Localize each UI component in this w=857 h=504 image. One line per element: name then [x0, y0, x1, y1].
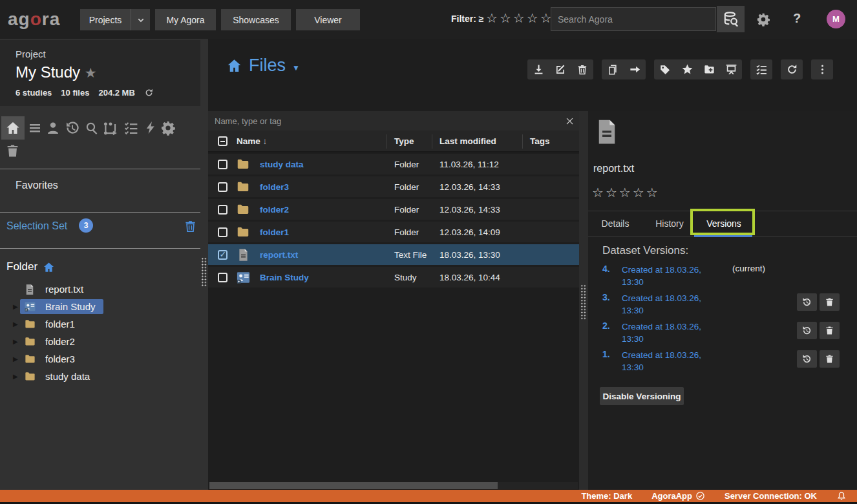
selection-set-clear-button[interactable] [184, 220, 197, 233]
sidebar-tasks-button[interactable] [123, 120, 139, 136]
row-checkbox[interactable] [218, 182, 227, 192]
projects-dropdown-button[interactable] [131, 9, 150, 30]
column-header-modified[interactable]: Last modified [439, 136, 496, 146]
file-name-link[interactable]: report.txt [260, 250, 298, 260]
more-options-button[interactable] [811, 59, 833, 79]
help-button[interactable]: ? [793, 11, 801, 26]
restore-version-button[interactable] [797, 322, 817, 339]
nav-viewer-button[interactable]: Viewer [296, 9, 360, 30]
table-row-brain-study[interactable]: Brain Study Study 18.03.26, 10:44 [208, 267, 579, 288]
expand-arrow-icon[interactable]: ▶ [13, 373, 22, 380]
folder-section-label: Folder [6, 260, 55, 273]
row-checkbox-checked[interactable] [218, 250, 227, 260]
home-icon[interactable] [43, 261, 55, 273]
detail-panel: report.txt ☆☆☆☆☆ Details History Version… [588, 111, 857, 490]
sidebar-resize-handle[interactable] [201, 257, 207, 287]
nav-my-agora-button[interactable]: My Agora [155, 9, 216, 30]
version-link[interactable]: Created at 18.03.26,13:30 [622, 264, 701, 288]
row-checkbox[interactable] [218, 160, 227, 169]
sidebar-home-button[interactable] [1, 116, 25, 140]
file-name-link[interactable]: study data [260, 160, 304, 169]
table-filter-input[interactable] [208, 116, 560, 126]
tree-item-study-data[interactable]: ▶ study data [0, 368, 200, 385]
search-box [551, 7, 716, 31]
table-row-folder2[interactable]: folder2 Folder 12.03.26, 14:33 [208, 199, 579, 220]
tree-item-folder2[interactable]: ▶ folder2 [0, 333, 200, 350]
expand-arrow-icon[interactable]: ▶ [13, 320, 22, 328]
delete-version-button[interactable] [820, 322, 840, 339]
present-button[interactable] [720, 59, 742, 79]
nav-showcases-button[interactable]: Showcases [221, 9, 291, 30]
user-avatar[interactable]: M [827, 10, 845, 28]
sidebar-toolbar [0, 116, 200, 158]
disable-versioning-button[interactable]: Disable Versioning [600, 387, 684, 405]
refresh-stats-icon[interactable] [144, 88, 154, 98]
restore-version-button[interactable] [797, 350, 817, 368]
column-header-type[interactable]: Type [394, 136, 414, 146]
tab-versions[interactable]: Versions [697, 211, 751, 236]
tab-details[interactable]: Details [588, 211, 642, 236]
table-row-report-selected[interactable]: report.txt Text File 18.03.26, 13:30 [208, 244, 579, 265]
tree-item-report[interactable]: report.txt [0, 280, 200, 298]
select-all-checkbox[interactable] [218, 136, 227, 146]
move-button[interactable] [624, 59, 646, 79]
tree-item-folder3[interactable]: ▶ folder3 [0, 350, 200, 368]
table-row-folder1[interactable]: folder1 Folder 12.03.26, 14:09 [208, 222, 579, 242]
new-folder-button[interactable] [698, 59, 720, 79]
bell-icon[interactable] [836, 491, 847, 501]
sidebar-search-button[interactable] [84, 120, 100, 136]
edit-button[interactable] [549, 59, 571, 79]
tab-history[interactable]: History [642, 211, 697, 236]
file-name-link[interactable]: folder2 [260, 205, 289, 215]
filter-star-rating[interactable]: ☆☆☆☆☆ [486, 10, 554, 26]
tree-item-folder1[interactable]: ▶ folder1 [0, 315, 200, 333]
expand-arrow-icon[interactable]: ▶ [13, 338, 22, 345]
sidebar-menu-button[interactable] [27, 120, 43, 136]
file-name-link[interactable]: Brain Study [260, 273, 309, 282]
sidebar-history-button[interactable] [65, 120, 80, 136]
delete-button[interactable] [571, 59, 593, 79]
files-breadcrumb[interactable]: Files ▼ [226, 56, 300, 76]
delete-version-button[interactable] [820, 293, 840, 311]
file-name-link[interactable]: folder3 [260, 182, 289, 192]
task-list-button[interactable] [750, 59, 772, 79]
sidebar-trash-button[interactable] [5, 143, 20, 158]
search-input[interactable] [551, 8, 715, 30]
favorite-button[interactable] [676, 59, 698, 79]
sidebar-workflow-button[interactable] [102, 120, 119, 137]
nav-projects-button[interactable]: Projects [80, 9, 131, 30]
sidebar-actions-button[interactable] [143, 120, 158, 135]
tree-item-brain-study[interactable]: ▶ Brain Study [0, 298, 200, 315]
column-header-name[interactable]: Name ↓ [237, 136, 267, 146]
version-link[interactable]: Created at 18.03.26,13:30 [622, 320, 701, 345]
download-button[interactable] [527, 59, 549, 79]
panel-splitter[interactable] [579, 111, 588, 490]
copy-button[interactable] [602, 59, 624, 79]
refresh-button[interactable] [781, 59, 803, 79]
table-row-folder3[interactable]: folder3 Folder 12.03.26, 14:33 [208, 176, 579, 197]
file-star-rating[interactable]: ☆☆☆☆☆ [592, 185, 660, 200]
delete-version-button[interactable] [820, 350, 840, 368]
row-checkbox[interactable] [218, 227, 227, 237]
table-row-study-data[interactable]: study data Folder 11.03.26, 11:12 [208, 154, 579, 174]
file-name-link[interactable]: folder1 [260, 227, 289, 237]
scrollbar-thumb[interactable] [209, 482, 498, 489]
expand-arrow-icon[interactable]: ▶ [13, 355, 22, 362]
row-checkbox[interactable] [218, 273, 227, 282]
version-link[interactable]: Created at 18.03.26,13:30 [622, 292, 701, 317]
sidebar-users-button[interactable] [45, 120, 61, 136]
gear-icon [160, 120, 176, 136]
settings-button[interactable] [756, 12, 770, 26]
project-star-icon[interactable]: ★ [85, 65, 97, 80]
tag-button[interactable] [654, 59, 676, 79]
version-link[interactable]: Created at 18.03.26,13:30 [622, 349, 701, 373]
row-checkbox[interactable] [218, 205, 227, 215]
advanced-search-button[interactable] [717, 6, 745, 32]
splitter-grip[interactable] [580, 284, 587, 320]
column-divider [432, 134, 432, 149]
column-header-tags[interactable]: Tags [530, 136, 550, 146]
selection-set-link[interactable]: Selection Set [6, 220, 67, 232]
restore-version-button[interactable] [797, 293, 817, 311]
clear-filter-button[interactable] [560, 116, 579, 126]
sidebar-settings-button[interactable] [160, 120, 176, 136]
